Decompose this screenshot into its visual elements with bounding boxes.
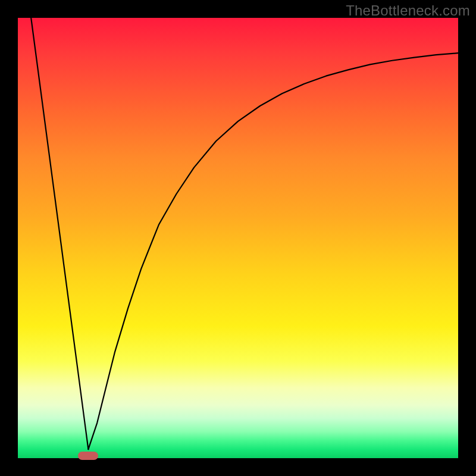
curve-right-segment [88,53,458,449]
curve-left-segment [31,18,88,449]
curve-svg [18,18,458,458]
optimum-marker [78,452,98,460]
chart-frame: TheBottleneck.com [0,0,476,476]
watermark-text: TheBottleneck.com [346,2,470,19]
plot-area [18,18,458,458]
